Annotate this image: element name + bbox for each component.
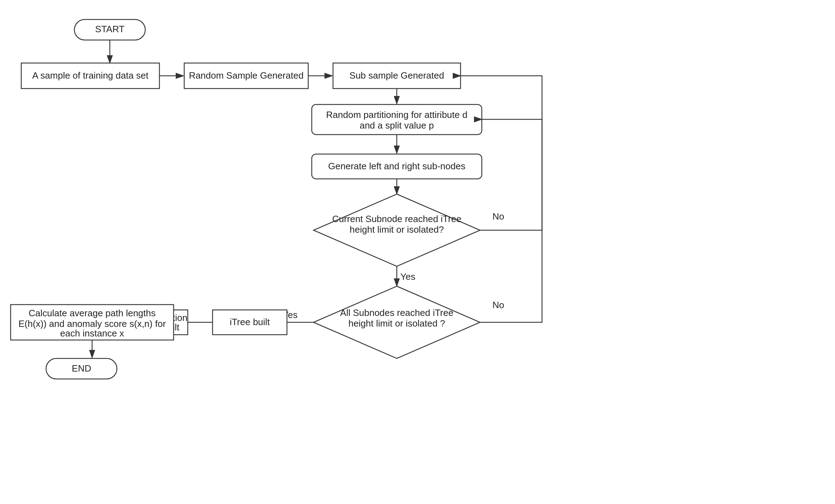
- no2-label: No: [492, 300, 504, 310]
- random-sample-label: Random Sample Generated: [189, 70, 304, 81]
- calc-label1: Calculate average path lengths: [29, 308, 156, 318]
- flowchart-svg: START A sample of training data set Rand…: [0, 0, 835, 504]
- calc-label2: E(h(x)) and anomaly score s(x,n) for: [18, 318, 166, 329]
- partition-label2: and a split value p: [360, 120, 434, 131]
- diamond2-label1: All Subnodes reached iTree: [340, 307, 453, 318]
- sub-sample-label: Sub sample Generated: [349, 70, 444, 81]
- partition-label1: Random partitioning for attiribute d: [326, 109, 468, 120]
- calc-label3: each instance x: [60, 328, 124, 339]
- diamond2-label2: height limit or isolated ?: [348, 318, 445, 329]
- diamond1-label1: Current Subnode reached iTree: [332, 214, 462, 224]
- start-label: START: [95, 24, 125, 34]
- yes1-label: Yes: [400, 271, 415, 282]
- itree-built-label: iTree built: [230, 317, 270, 327]
- diamond1-label2: height limit or isolated?: [350, 224, 444, 235]
- no1-label: No: [492, 211, 504, 222]
- no2-arrow: [480, 119, 542, 322]
- sample-label: A sample of training data set: [32, 70, 149, 81]
- gen-subnodes-label: Generate left and right sub-nodes: [328, 161, 465, 171]
- end-label: END: [72, 363, 91, 374]
- no1-arrow: [461, 76, 542, 230]
